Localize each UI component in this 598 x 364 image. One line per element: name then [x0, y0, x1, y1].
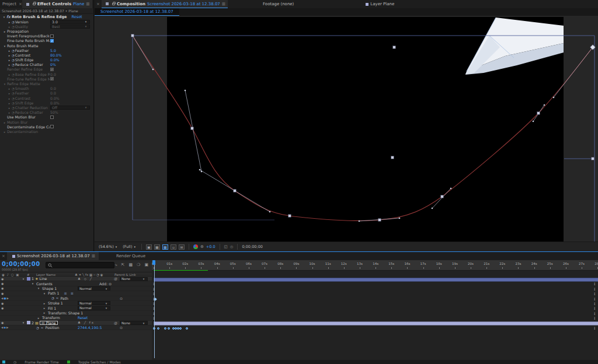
stopwatch-icon[interactable]: ◔ [12, 102, 15, 105]
bezier-handle-dot[interactable] [533, 121, 534, 123]
show-snapshot-icon[interactable]: ◎ [230, 244, 234, 249]
effect-row-feather[interactable]: ▸◔Feather5.0 [0, 48, 93, 52]
effect-row-shift-edge[interactable]: ▸◔Shift Edge0.0% [0, 100, 93, 105]
twirl-icon[interactable]: ▸ [42, 311, 47, 314]
tab-composition[interactable]: Composition Screenshot 2026-03-18 at 12.… [102, 0, 228, 8]
effect-row-base-refine-edge-radius[interactable]: ▸◔Base Refine Edge Radius0.0 [0, 72, 93, 76]
path-vertex-0[interactable] [131, 34, 134, 37]
path-vertex-6[interactable] [537, 112, 540, 115]
twirl-icon[interactable]: ▸ [2, 121, 7, 124]
add-menu[interactable]: Add:⊙ [99, 281, 112, 285]
bezier-handle-dot[interactable] [553, 97, 555, 99]
twirl-icon[interactable]: ▸ [7, 63, 12, 66]
param-value[interactable]: 0.0 [50, 91, 56, 95]
twirl-icon[interactable]: ▸ [7, 97, 12, 100]
effect-row-refine-edge-matte[interactable]: ▾Refine Edge Matte [0, 81, 93, 86]
draft-3d-icon[interactable]: ⇱ [121, 262, 125, 267]
checkbox[interactable]: ✓ [50, 77, 54, 80]
effect-row-roto-brush-matte[interactable]: ▾Roto Brush Matte [0, 43, 93, 48]
checkbox[interactable] [50, 116, 54, 119]
param-value[interactable]: 80.0% [50, 53, 62, 57]
effect-row-shift-edge[interactable]: ▸◔Shift Edge0.0% [0, 58, 93, 62]
panel-menu-icon[interactable]: ☰ [86, 2, 89, 6]
path-vertex-3[interactable] [288, 215, 291, 218]
graph-editor-icon[interactable]: ▣ [144, 262, 148, 267]
twirl-icon[interactable]: ▸ [7, 102, 12, 105]
layer-name-edit-field[interactable]: ▤Plane [40, 321, 58, 325]
effect-row-decontamination[interactable]: ▸Decontamination [0, 129, 93, 134]
stopwatch-icon[interactable]: ◔ [12, 25, 15, 29]
tab-project[interactable]: Project [0, 2, 19, 6]
include-in-graph-icon[interactable]: ⊙ [120, 326, 123, 330]
bezier-handle-line-0[interactable] [133, 36, 153, 69]
preview-time[interactable]: 0;00;00;00 [242, 244, 263, 249]
param-value[interactable]: 0.0 [50, 72, 56, 76]
timeline-row-fill-1[interactable]: ◉▸Fill 1Normal▾ [0, 306, 152, 310]
viewer-tab[interactable]: Screenshot 2026-03-18 at 12.38.07 [95, 8, 179, 16]
eye-icon[interactable]: ◉ [1, 282, 4, 285]
effect-row-invert-foreground-background[interactable]: Invert Foreground/Background [0, 34, 93, 38]
checkbox[interactable]: ✓ [50, 39, 54, 43]
effect-header-row[interactable]: ▾ fx Roto Brush & Refine Edge Reset [0, 14, 93, 19]
effect-row-fine-tune-roto-brush-matte[interactable]: Fine-tune Roto Brush Matte✓ [0, 38, 93, 43]
timeline-row-plane[interactable]: ◉▾2▤▤Plane♣ ╱ fx@None▾ [0, 321, 152, 326]
parent-pickwhip-icon[interactable]: @ [114, 321, 117, 325]
effect-row-use-motion-blur[interactable]: Use Motion Blur [0, 115, 93, 120]
region-of-interest-icon[interactable]: ▫ [171, 244, 176, 250]
blend-mode-dropdown[interactable]: Normal▾ [78, 306, 110, 310]
stopwatch-icon[interactable]: ◔ [51, 296, 54, 300]
twirl-icon[interactable]: ▸ [7, 25, 12, 29]
eye-icon[interactable]: ◉ [1, 286, 4, 290]
parent-link-dropdown[interactable]: None▾ [120, 277, 148, 281]
stopwatch-icon[interactable]: ◔ [36, 326, 39, 330]
guides-icon[interactable]: ⊞ [179, 244, 185, 250]
bezier-handle-dot[interactable] [359, 220, 360, 222]
effect-row-quality[interactable]: ▸◔QualityBest▾ [0, 24, 93, 29]
clock-icon[interactable]: ◷ [13, 360, 16, 364]
tab-effect-controls[interactable]: Effect Controls Plane ☰ [22, 0, 92, 8]
eye-icon[interactable]: ◉ [1, 277, 4, 281]
effect-row-chatter-reduction[interactable]: ▸◔Chatter ReductionOff▾ [0, 105, 93, 110]
parent-pickwhip-icon[interactable]: @ [114, 276, 117, 281]
effect-row-decontaminate-edge-colors[interactable]: Decontaminate Edge Colors [0, 124, 93, 129]
param-dropdown[interactable]: Best▾ [50, 24, 90, 29]
twirl-icon[interactable]: ▸ [42, 302, 47, 305]
timeline-row-stroke-1[interactable]: ◉▸Stroke 1Normal▾ [0, 301, 152, 306]
time-ruler[interactable]: 0s01s02s03s04s05s06s07s08s09s10s11s12s13… [152, 260, 598, 271]
twirl-icon[interactable]: ▸ [7, 87, 12, 90]
hand-tool-icon[interactable]: ▣ [146, 244, 152, 250]
param-value[interactable]: 0.0% [50, 58, 60, 62]
composition-canvas[interactable] [95, 16, 598, 242]
panel-menu-icon[interactable]: ☰ [92, 254, 95, 258]
playhead-handle[interactable] [152, 260, 155, 265]
twirl-icon[interactable]: ▸ [7, 20, 12, 24]
twirl-icon[interactable]: ▾ [21, 321, 26, 324]
magnification-dropdown[interactable]: (54.6%)▾ [97, 244, 119, 250]
position-keyframe[interactable] [168, 327, 171, 330]
effect-row-fine-tune-refine-edge-matte[interactable]: Fine-tune Refine Edge Matte✓ [0, 76, 93, 81]
twirl-icon[interactable]: ▸ [7, 58, 12, 62]
eye-icon[interactable]: ◉ [1, 306, 4, 310]
checkbox[interactable] [50, 34, 54, 38]
frame-blending-icon[interactable]: ▩ [128, 262, 133, 267]
twirl-icon[interactable]: ▾ [2, 15, 6, 19]
layer-color-swatch[interactable] [27, 277, 30, 281]
timeline-row-transform-shape-1[interactable]: ▸Transform: Shape 1 [0, 311, 152, 316]
param-value[interactable]: 0.0 [50, 86, 56, 90]
bezier-handle-dot[interactable] [544, 104, 545, 106]
param-value[interactable]: 0% [50, 62, 56, 66]
twirl-icon[interactable]: ▸ [2, 130, 7, 134]
timeline-row-path-1[interactable]: ◉▾Path 1≡ ≡ [0, 291, 152, 296]
param-value[interactable]: 0.0% [50, 96, 60, 100]
param-value[interactable]: 50% [50, 110, 58, 114]
twirl-icon[interactable]: ▾ [30, 282, 35, 285]
param-value[interactable]: 5.0 [50, 48, 56, 52]
twirl-icon[interactable]: ▸ [42, 306, 47, 310]
exposure-value[interactable]: +0.0 [206, 244, 215, 249]
stopwatch-icon[interactable]: ◔ [12, 54, 15, 57]
effect-row-reduce-chatter[interactable]: ▸◔Reduce Chatter50% [0, 110, 93, 115]
stopwatch-icon[interactable]: ◔ [12, 20, 15, 24]
eye-icon[interactable]: ◉ [1, 292, 4, 295]
eye-icon[interactable]: ◉ [1, 302, 4, 305]
param-dropdown[interactable]: Off▾ [50, 106, 90, 110]
